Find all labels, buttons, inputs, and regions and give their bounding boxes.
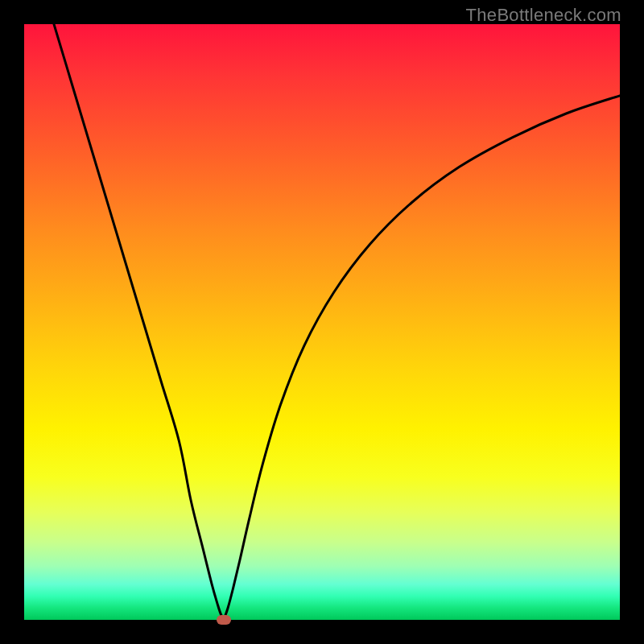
watermark-text: TheBottleneck.com (466, 5, 621, 26)
plot-area (24, 24, 620, 620)
min-point-marker (217, 615, 231, 625)
chart-frame: TheBottleneck.com (0, 0, 644, 644)
